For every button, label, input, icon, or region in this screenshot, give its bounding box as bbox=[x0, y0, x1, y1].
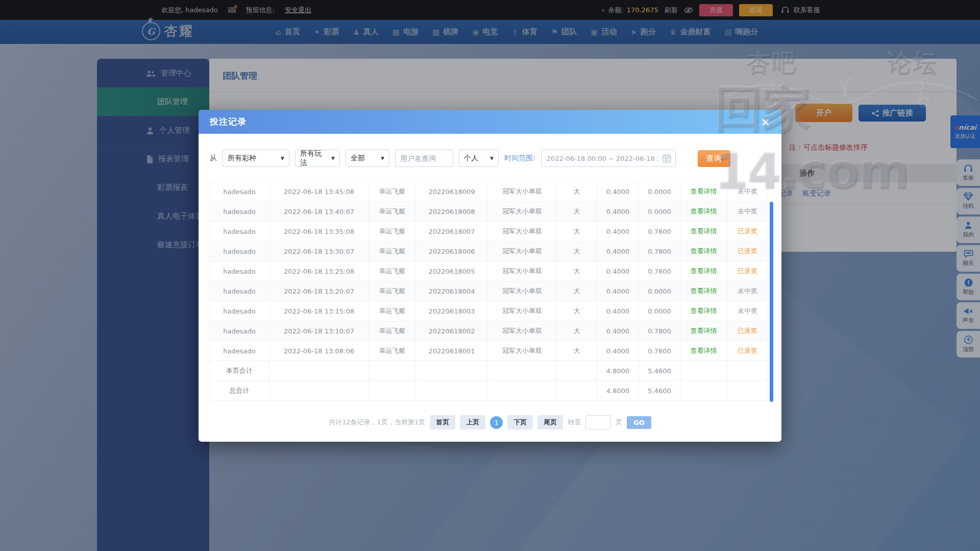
current-page-indicator[interactable]: 1 bbox=[490, 416, 503, 429]
status-badge: 未中奖 bbox=[727, 182, 768, 202]
view-detail-link[interactable]: 查看详情 bbox=[680, 182, 727, 202]
cell-play-type: 冠军大小单双 bbox=[488, 222, 557, 242]
cell-lottery: 幸运飞艇 bbox=[369, 261, 416, 281]
cell-lottery: 幸运飞艇 bbox=[369, 301, 416, 321]
target-select[interactable]: 个人▼ bbox=[459, 150, 499, 167]
chevron-down-icon: ▼ bbox=[490, 156, 494, 161]
cell-lottery: 幸运飞艇 bbox=[369, 242, 416, 261]
pagination-bar: 共计12条记录，1页，当前第1页 首页 上页 1 下页 尾页 转至 页 GO bbox=[199, 415, 781, 429]
cell-lottery: 幸运飞艇 bbox=[369, 202, 416, 222]
view-detail-link[interactable]: 查看详情 bbox=[680, 261, 727, 281]
close-icon[interactable]: × bbox=[761, 116, 770, 128]
play-type-select[interactable]: 所有玩法▼ bbox=[295, 150, 340, 167]
page-total-win: 5.4600 bbox=[639, 361, 680, 381]
cell-username: hadesado bbox=[210, 301, 270, 321]
page-total-label: 本页合计 bbox=[210, 361, 270, 381]
cell-lottery: 幸运飞艇 bbox=[369, 182, 416, 202]
cell-username: hadesado bbox=[210, 182, 270, 202]
page-total-amount: 4.8000 bbox=[597, 361, 639, 381]
prev-page-button[interactable]: 上页 bbox=[460, 415, 485, 429]
goto-label: 转至 bbox=[568, 418, 581, 427]
modal-title: 投注记录 bbox=[210, 116, 247, 128]
cell-amount: 0.4000 bbox=[597, 261, 639, 281]
view-detail-link[interactable]: 查看详情 bbox=[680, 222, 727, 242]
cell-lottery: 幸运飞艇 bbox=[369, 321, 416, 341]
next-page-button[interactable]: 下页 bbox=[507, 415, 533, 429]
cell-time: 2022-06-18 13:25:08 bbox=[270, 261, 369, 281]
cell-bet-content: 大 bbox=[557, 281, 597, 301]
cell-issue: 20220618001 bbox=[416, 341, 488, 361]
cell-bet-content: 大 bbox=[557, 321, 597, 341]
cell-time: 2022-06-18 13:30:07 bbox=[270, 242, 369, 261]
grand-total-row: 总合计 4.8000 5.4600 bbox=[210, 381, 768, 401]
cell-bet-content: 大 bbox=[557, 222, 597, 242]
view-detail-link[interactable]: 查看详情 bbox=[680, 202, 727, 222]
cell-time: 2022-06-18 13:10:07 bbox=[270, 321, 369, 341]
chevron-down-icon: ▼ bbox=[331, 156, 335, 161]
bet-records-modal: 投注记录 × 从 所有彩种▼ 所有玩法▼ 全部▼ 个人▼ 时间范围: 查询 bbox=[199, 110, 781, 442]
cell-bet-content: 大 bbox=[557, 242, 597, 261]
cell-time: 2022-06-18 13:35:08 bbox=[270, 222, 369, 242]
cell-issue: 20220618005 bbox=[416, 261, 488, 281]
cell-time: 2022-06-18 13:15:08 bbox=[270, 301, 369, 321]
cell-lottery: 幸运飞艇 bbox=[369, 281, 416, 301]
cell-win: 0.0000 bbox=[639, 202, 680, 222]
table-row: hadesado 2022-06-18 13:20:07 幸运飞艇 202206… bbox=[210, 281, 768, 301]
cell-time: 2022-06-18 13:40:07 bbox=[270, 202, 369, 222]
status-badge: 未中奖 bbox=[727, 281, 768, 301]
view-detail-link[interactable]: 查看详情 bbox=[680, 242, 727, 261]
last-page-button[interactable]: 尾页 bbox=[537, 415, 563, 429]
cell-issue: 20220618009 bbox=[416, 182, 488, 202]
username-search-input[interactable] bbox=[395, 150, 453, 167]
table-row: hadesado 2022-06-18 13:25:08 幸运飞艇 202206… bbox=[210, 261, 768, 281]
status-badge: 已派奖 bbox=[727, 341, 768, 361]
view-detail-link[interactable]: 查看详情 bbox=[680, 301, 727, 321]
cell-play-type: 冠军大小单双 bbox=[488, 341, 557, 361]
cell-play-type: 冠军大小单双 bbox=[488, 281, 557, 301]
go-button[interactable]: GO bbox=[627, 416, 651, 429]
cell-amount: 0.4000 bbox=[597, 301, 639, 321]
filter-bar: 从 所有彩种▼ 所有玩法▼ 全部▼ 个人▼ 时间范围: 查询 bbox=[210, 150, 730, 167]
status-badge: 已派奖 bbox=[727, 321, 768, 341]
cell-win: 0.0000 bbox=[639, 281, 680, 301]
view-detail-link[interactable]: 查看详情 bbox=[680, 321, 727, 341]
table-row: hadesado 2022-06-18 13:45:08 幸运飞艇 202206… bbox=[210, 182, 768, 202]
cell-play-type: 冠军大小单双 bbox=[488, 261, 557, 281]
table-row: hadesado 2022-06-18 13:35:08 幸运飞艇 202206… bbox=[210, 222, 768, 242]
cell-bet-content: 大 bbox=[557, 341, 597, 361]
grand-total-label: 总合计 bbox=[210, 381, 270, 401]
page-unit-label: 页 bbox=[616, 418, 622, 427]
table-row: hadesado 2022-06-18 13:30:07 幸运飞艇 202206… bbox=[210, 242, 768, 261]
cell-issue: 20220618007 bbox=[416, 222, 488, 242]
cell-username: hadesado bbox=[210, 202, 270, 222]
cell-amount: 0.4000 bbox=[597, 222, 639, 242]
goto-page-input[interactable] bbox=[585, 415, 611, 429]
scope-select[interactable]: 全部▼ bbox=[346, 150, 389, 167]
cell-amount: 0.4000 bbox=[597, 341, 639, 361]
first-page-button[interactable]: 首页 bbox=[430, 415, 455, 429]
query-button[interactable]: 查询 bbox=[698, 150, 730, 167]
time-range-label: 时间范围: bbox=[504, 154, 535, 163]
lottery-type-select[interactable]: 所有彩种▼ bbox=[223, 150, 289, 167]
date-range-field[interactable] bbox=[541, 150, 676, 167]
cell-play-type: 冠军大小单双 bbox=[488, 202, 557, 222]
cell-issue: 20220618004 bbox=[416, 281, 488, 301]
table-scrollbar[interactable] bbox=[770, 202, 773, 402]
table-row: hadesado 2022-06-18 13:15:08 幸运飞艇 202206… bbox=[210, 301, 768, 321]
view-detail-link[interactable]: 查看详情 bbox=[680, 341, 727, 361]
date-range-input[interactable] bbox=[546, 154, 659, 163]
status-badge: 未中奖 bbox=[727, 202, 768, 222]
cell-play-type: 冠军大小单双 bbox=[488, 242, 557, 261]
cell-amount: 0.4000 bbox=[597, 242, 639, 261]
cell-issue: 20220618002 bbox=[416, 321, 488, 341]
chevron-down-icon: ▼ bbox=[281, 156, 284, 161]
cell-win: 0.0000 bbox=[639, 182, 680, 202]
page-total-row: 本页合计 4.8000 5.4600 bbox=[210, 361, 768, 381]
cell-amount: 0.4000 bbox=[597, 202, 639, 222]
grand-total-win: 5.4600 bbox=[639, 381, 680, 401]
view-detail-link[interactable]: 查看详情 bbox=[680, 281, 727, 301]
cell-win: 0.7800 bbox=[639, 222, 680, 242]
calendar-icon[interactable] bbox=[662, 154, 671, 163]
cell-time: 2022-06-18 13:20:07 bbox=[270, 281, 369, 301]
cell-username: hadesado bbox=[210, 341, 270, 361]
